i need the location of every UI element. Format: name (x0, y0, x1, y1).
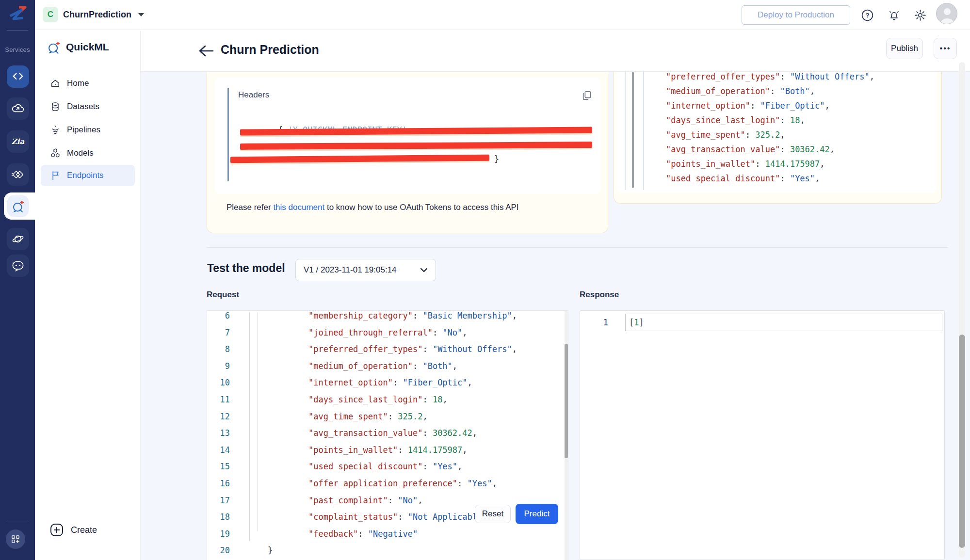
apps-grid-icon (10, 534, 21, 544)
predict-button[interactable]: Predict (516, 504, 558, 524)
code-line: "used_special_discount": "Yes", (666, 171, 874, 186)
code-line: 1[1] (580, 314, 944, 331)
more-options-button[interactable]: ••• (934, 38, 957, 59)
sample-scrollbar-thumb[interactable] (632, 72, 634, 188)
rail-item-chat[interactable] (7, 255, 29, 277)
test-model-title: Test the model (207, 262, 285, 275)
rail-item-saturn[interactable] (7, 228, 29, 250)
code-line: 7"joined_through_referral": "No", (207, 324, 568, 341)
chat-bubble-icon (10, 257, 26, 274)
code-line: 14"points_in_wallet": 1414.175987, (207, 442, 568, 459)
sidebar-item-label: Models (67, 148, 94, 158)
quickml-icon (9, 197, 27, 215)
apps-launcher-button[interactable] (6, 529, 25, 549)
zoho-logo-icon (6, 4, 29, 27)
quickml-logo-icon (46, 39, 62, 55)
code-line: 9"medium_of_operation": "Both", (207, 358, 568, 375)
project-initial-badge: C (43, 7, 58, 22)
code-line: "internet_option": "Fiber_Optic", (666, 98, 874, 113)
model-version-select[interactable]: V1 / 2023-11-01 19:05:14 (295, 259, 436, 281)
code-line: 12"avg_time_spent": 325.2, (207, 408, 568, 425)
closing-brace: } (494, 154, 499, 164)
plus-icon (49, 523, 64, 537)
sidebar-item-models[interactable]: Models (41, 143, 135, 164)
rail-item-handshake[interactable] (7, 163, 29, 186)
back-button[interactable] (198, 44, 214, 58)
code-line: "medium_of_operation": "Both", (666, 84, 874, 98)
redaction-bar (230, 155, 489, 163)
rail-bottom-divider (7, 520, 28, 520)
deploy-to-production-button[interactable]: Deploy to Production (742, 5, 850, 25)
svg-text:?: ? (865, 12, 869, 19)
code-line: "points_in_wallet": 1414.175987, (666, 157, 874, 171)
rail-item-quickml-active[interactable] (4, 192, 35, 220)
sidebar-item-label: Endpoints (67, 171, 104, 180)
cloud-icon (10, 100, 26, 117)
app-name: QuickML (66, 41, 109, 53)
project-name: ChurnPrediction (63, 10, 131, 20)
app-logo: QuickML (46, 39, 109, 55)
rail-divider (7, 30, 28, 31)
sidebar-item-home[interactable]: Home (41, 73, 135, 94)
code-line: 8"preferred_offer_types": "Without Offer… (207, 341, 568, 358)
code-line: 18"complaint_status": "Not Applicable", (207, 509, 568, 526)
code-line: 6"membership_category": "Basic Membershi… (207, 307, 568, 324)
section-divider (207, 247, 948, 248)
code-line: "preferred_offer_types": "Without Offers… (666, 72, 874, 84)
create-label: Create (71, 525, 97, 535)
indent-guide (643, 72, 644, 190)
copy-icon (582, 90, 592, 101)
code-line: "days_since_last_login": 18, (666, 113, 874, 128)
bell-icon (888, 9, 901, 22)
home-icon (49, 78, 61, 89)
help-icon: ? (861, 9, 874, 22)
flag-icon (49, 170, 61, 181)
services-label: Services (0, 46, 35, 53)
code-line: 15"used_special_discount": "Yes", (207, 458, 568, 475)
reset-button[interactable]: Reset (475, 505, 511, 523)
code-line: "avg_transaction_value": 30362.42, (666, 142, 874, 157)
rail-item-zia[interactable]: Zia (7, 130, 29, 153)
sample-code: "preferred_offer_types": "Without Offers… (666, 72, 874, 186)
copy-button[interactable] (582, 90, 592, 101)
request-scrollbar-thumb[interactable] (565, 344, 568, 458)
response-viewer: 1[1] (580, 310, 945, 560)
headers-code-box: Headers { 'X-QUICKML-ENDPOINT-KEY': } (215, 78, 601, 194)
sidebar-item-endpoints[interactable]: Endpoints (41, 165, 135, 186)
rail-item-cloud[interactable] (7, 97, 29, 120)
sample-code-box: "preferred_offer_types": "Without Offers… (616, 72, 937, 193)
help-button[interactable]: ? (860, 8, 874, 22)
models-icon (49, 147, 61, 159)
request-editor[interactable]: 6"membership_category": "Basic Membershi… (207, 310, 568, 560)
response-code: 1[1] (580, 314, 944, 331)
document-link[interactable]: this document (273, 203, 324, 212)
headers-title: Headers (238, 90, 269, 100)
rail-item-code[interactable] (7, 65, 29, 88)
page-header: Churn Prediction Publish ••• (141, 30, 970, 72)
handshake-icon (10, 166, 26, 183)
sidebar-item-label: Home (67, 79, 89, 88)
code-line: 17"past_complaint": "No", (207, 492, 568, 509)
user-avatar[interactable] (936, 3, 957, 24)
sidebar-item-pipelines[interactable]: Pipelines (41, 119, 135, 141)
response-label: Response (580, 290, 619, 300)
model-version-value: V1 / 2023-11-01 19:05:14 (304, 265, 414, 275)
code-line: 20} (207, 542, 568, 559)
notifications-button[interactable] (887, 8, 901, 22)
page-title: Churn Prediction (221, 43, 319, 57)
oauth-note: Please refer this document to know how t… (226, 203, 519, 212)
code-line: 11"days_since_last_login": 18, (207, 391, 568, 408)
zia-icon: Zia (12, 137, 24, 146)
gear-icon (914, 9, 927, 22)
saturn-icon (10, 231, 26, 247)
publish-button[interactable]: Publish (886, 38, 923, 59)
pipelines-icon (49, 124, 61, 136)
project-switcher[interactable]: C ChurnPrediction (43, 7, 144, 22)
page-scrollbar-thumb[interactable] (959, 335, 965, 548)
settings-button[interactable] (913, 8, 927, 22)
headers-card: Headers { 'X-QUICKML-ENDPOINT-KEY': } Pl… (207, 72, 608, 233)
code-line: 19"feedback": "Negative" (207, 526, 568, 543)
arrow-left-icon (198, 44, 214, 58)
create-button[interactable]: Create (49, 523, 97, 537)
sidebar-item-datasets[interactable]: Datasets (41, 96, 135, 117)
